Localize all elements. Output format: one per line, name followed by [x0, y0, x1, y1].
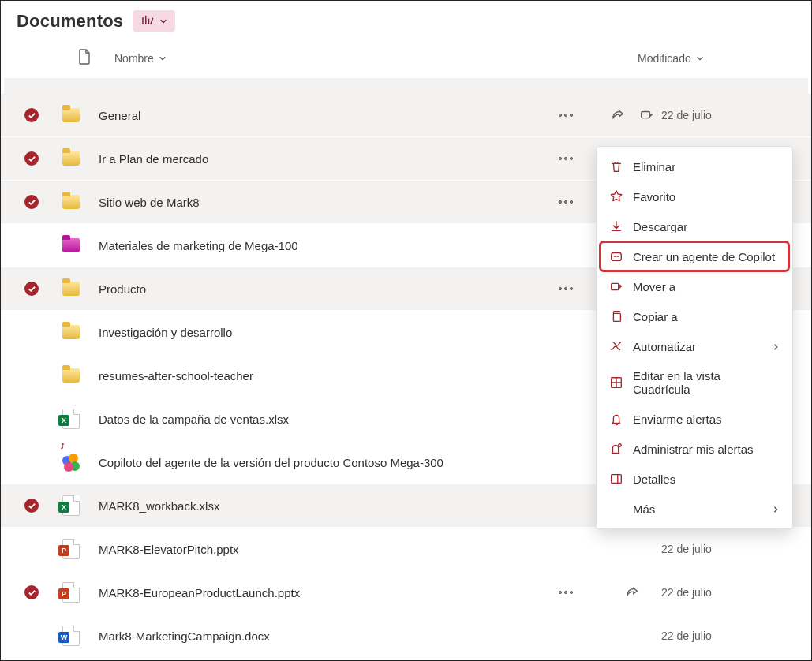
- selected-indicator-icon[interactable]: [24, 585, 39, 599]
- file-icon-cell: [62, 368, 99, 383]
- list-item[interactable]: W Mark8-MarketingCampaign.docx 22 de jul…: [1, 614, 811, 658]
- ctx-item-managealerts[interactable]: Administrar mis alertas: [597, 434, 792, 464]
- context-menu: EliminarFavoritoDescargarCrear un agente…: [596, 146, 793, 529]
- copy-icon: [609, 309, 623, 323]
- copilot-agent-icon: [609, 249, 623, 263]
- selected-indicator-icon[interactable]: [24, 151, 39, 166]
- svg-point-11: [564, 287, 567, 289]
- column-header-modified[interactable]: Modificado: [638, 52, 704, 65]
- list-item[interactable]: General 22 de julio: [1, 94, 811, 137]
- item-name[interactable]: resumes-after-school-teacher: [99, 369, 529, 383]
- folder-icon: [62, 325, 80, 339]
- svg-point-20: [619, 444, 622, 447]
- ctx-item-label: Automatizar: [633, 340, 696, 353]
- ctx-item-details[interactable]: Detalles: [597, 464, 792, 494]
- svg-rect-21: [612, 475, 622, 484]
- ctx-item-download[interactable]: Descargar: [597, 211, 792, 241]
- word-file-icon: W: [62, 626, 80, 646]
- item-name[interactable]: MARK8_workback.xlsx: [99, 499, 529, 513]
- selection-cell[interactable]: [1, 585, 62, 599]
- ctx-item-moveto[interactable]: Mover a: [597, 271, 792, 301]
- more-options-button[interactable]: [556, 110, 576, 121]
- selected-indicator-icon[interactable]: [24, 499, 39, 513]
- svg-rect-18: [613, 313, 620, 321]
- svg-rect-16: [612, 253, 622, 261]
- more-options-button[interactable]: [556, 283, 576, 294]
- chevron-right-icon: [772, 502, 780, 516]
- selection-cell[interactable]: [1, 151, 62, 166]
- share-button[interactable]: [608, 105, 628, 125]
- item-name[interactable]: Investigación y desarrollo: [99, 326, 529, 339]
- file-icon-cell: P: [62, 582, 99, 603]
- item-name[interactable]: Ir a Plan de mercado: [99, 152, 529, 166]
- item-name[interactable]: Mark8-MarketingCampaign.docx: [99, 629, 529, 643]
- svg-point-4: [559, 157, 561, 159]
- selection-cell[interactable]: [1, 499, 62, 513]
- file-type-column-icon[interactable]: [78, 49, 114, 67]
- selection-cell[interactable]: [1, 282, 62, 296]
- more-options-button[interactable]: [556, 587, 576, 598]
- selected-indicator-icon[interactable]: [24, 195, 39, 209]
- item-name[interactable]: MARK8-EuropeanProductLaunch.pptx: [99, 586, 529, 599]
- ctx-item-more[interactable]: Más: [597, 494, 792, 524]
- item-name[interactable]: Datos de la campaña de ventas.xlsx: [99, 413, 529, 426]
- item-name[interactable]: Materiales de marketing de Mega-100: [99, 239, 529, 252]
- selection-cell[interactable]: [1, 108, 62, 122]
- ctx-item-copyto[interactable]: Copiar a: [597, 301, 792, 331]
- more-options-button[interactable]: [556, 153, 576, 164]
- powerpoint-file-icon: P: [62, 539, 80, 559]
- row-more-actions[interactable]: [529, 153, 603, 164]
- item-name[interactable]: Copiloto del agente de la versión del pr…: [99, 456, 529, 469]
- item-name[interactable]: General: [99, 109, 529, 122]
- item-modified-date: 22 de julio: [661, 586, 795, 599]
- bell-icon: [609, 412, 623, 426]
- svg-rect-3: [642, 112, 650, 118]
- folder-icon: [62, 195, 80, 209]
- move-icon: [609, 279, 623, 293]
- star-icon: [609, 189, 623, 204]
- ctx-item-automate[interactable]: Automatizar: [597, 331, 792, 361]
- svg-rect-17: [612, 283, 619, 289]
- selection-cell[interactable]: [1, 195, 62, 209]
- ctx-item-gridedit[interactable]: Editar en la vista Cuadrícula: [597, 361, 792, 404]
- column-header-name[interactable]: Nombre: [114, 52, 638, 65]
- item-name[interactable]: Producto: [99, 282, 529, 296]
- file-icon-cell: [62, 108, 99, 122]
- more-options-button[interactable]: [556, 196, 576, 207]
- svg-point-13: [559, 591, 561, 593]
- file-icon-cell: [62, 325, 99, 339]
- ctx-item-label: Favorito: [633, 190, 675, 204]
- selected-indicator-icon[interactable]: [24, 282, 39, 296]
- file-icon-cell: [62, 238, 99, 252]
- pin-button[interactable]: [636, 105, 657, 125]
- selected-indicator-icon[interactable]: [24, 108, 39, 122]
- ctx-item-alertme[interactable]: Enviarme alertas: [597, 404, 792, 434]
- row-more-actions[interactable]: [529, 587, 603, 598]
- column-header-row: Nombre Modificado: [1, 44, 811, 78]
- header-divider-strip: [4, 78, 808, 94]
- file-icon-cell: P: [62, 539, 99, 559]
- ctx-item-copilot[interactable]: Crear un agente de Copilot: [601, 243, 788, 270]
- row-more-actions[interactable]: [529, 283, 603, 294]
- document-library: Documentos Nombre Modifica: [0, 0, 812, 661]
- svg-point-8: [564, 200, 567, 203]
- ctx-item-label: Mover a: [633, 280, 675, 293]
- library-view-switch-button[interactable]: [133, 10, 175, 32]
- share-button[interactable]: [622, 582, 642, 603]
- row-more-actions[interactable]: [529, 110, 603, 121]
- list-item[interactable]: P MARK8-EuropeanProductLaunch.pptx 22 de…: [1, 571, 811, 614]
- row-more-actions[interactable]: [529, 196, 603, 207]
- trash-icon: [609, 159, 623, 174]
- svg-point-2: [570, 114, 572, 116]
- page-title: Documentos: [17, 11, 123, 32]
- item-name[interactable]: MARK8-ElevatorPitch.pptx: [99, 543, 529, 556]
- ctx-item-delete[interactable]: Eliminar: [597, 151, 792, 181]
- ctx-item-label: Editar en la vista Cuadrícula: [633, 369, 780, 396]
- list-item[interactable]: P MARK8-ElevatorPitch.pptx 22 de julio: [1, 528, 811, 571]
- ctx-item-favorite[interactable]: Favorito: [597, 181, 792, 211]
- folder-icon: [62, 108, 80, 122]
- ctx-item-label: Detalles: [633, 472, 675, 486]
- file-icon-cell: X: [62, 495, 99, 516]
- download-icon: [609, 219, 623, 233]
- item-name[interactable]: Sitio web de Mark8: [99, 196, 529, 209]
